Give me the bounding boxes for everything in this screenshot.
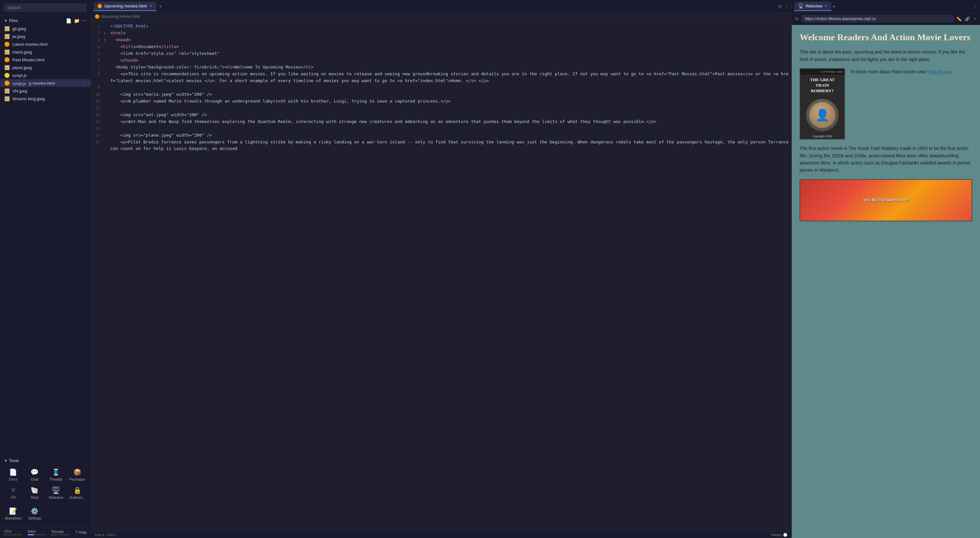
webview-title: Welcome Readers And Action Movie Lovers xyxy=(800,32,972,43)
webview-tab-bar: 🖥️ Webview ✕ + ⋮ xyxy=(792,0,980,13)
line-content[interactable]: <p>Ant-Man and the Wasp find themselves … xyxy=(108,118,791,125)
editor-tab-upcoming[interactable]: 🟠 Upcoming movies.html ✕ xyxy=(94,2,156,11)
line-content[interactable]: <body style="background-color: firebrick… xyxy=(108,64,791,71)
tool-item-authent...[interactable]: 🔒 Authent... xyxy=(67,484,88,502)
file-name: plane.jpeg xyxy=(12,65,87,70)
open-new-icon[interactable]: ↗ xyxy=(973,16,977,21)
line-content[interactable]: <title>Document</title> xyxy=(108,43,791,50)
tab-close-button[interactable]: ✕ xyxy=(150,4,153,8)
line-arrow xyxy=(104,91,108,92)
edit-icon[interactable]: ✏️ xyxy=(956,16,961,21)
line-content[interactable]: <!DOCTYPE html> xyxy=(108,23,791,30)
line-content[interactable]: <img src="ant.jpeg" width="200" /> xyxy=(108,111,791,118)
ram-fill xyxy=(28,534,34,535)
line-number: 3 xyxy=(91,37,104,43)
file-icon: 🖼️ xyxy=(4,26,10,31)
tab-actions: ⊟ ⋮ xyxy=(778,4,789,9)
help-icon: ? xyxy=(75,530,78,535)
tool-item-packages[interactable]: 📦 Packages xyxy=(67,466,88,484)
line-content[interactable]: <p>Pilot Brodie Torrance saves passenger… xyxy=(108,139,791,153)
url-input[interactable] xyxy=(802,15,954,23)
webview-tab[interactable]: 🖥️ Webview ✕ xyxy=(794,2,831,11)
file-item[interactable]: 🖼️ gtr.jpeg xyxy=(0,25,91,32)
tool-label: Packages xyxy=(70,478,85,481)
files-label: Files xyxy=(9,19,18,23)
external-link-icon[interactable]: 🔗 xyxy=(965,16,970,21)
code-line: 10 <img src="mario.jpeg" width="200" /> xyxy=(91,91,791,98)
files-menu-icon[interactable]: ⋯ xyxy=(82,18,87,23)
line-content[interactable]: <img src="mario.jpeg" width="200" /> xyxy=(108,91,791,98)
file-name: gtr.jpeg xyxy=(12,26,87,31)
file-item[interactable]: 🖼️ Woamn king.jpeg xyxy=(0,95,91,102)
tool-item-docs[interactable]: 📄 Docs xyxy=(3,466,24,484)
webview-content: Welcome Readers And Action Movie Lovers … xyxy=(792,25,980,538)
new-file-icon[interactable]: 📄 xyxy=(66,18,72,23)
add-tab-button[interactable]: + xyxy=(158,3,163,10)
tool-item-settings[interactable]: ⚙️ Settings xyxy=(24,505,45,523)
line-arrow xyxy=(104,57,108,58)
tool-item-chat[interactable]: 💬 Chat xyxy=(24,466,45,484)
file-item[interactable]: 🟠 Latest movies.html xyxy=(0,40,91,48)
tool-item-git[interactable]: ⑂ Git xyxy=(3,484,24,502)
file-icon: 🖼️ xyxy=(4,34,10,39)
new-folder-icon[interactable]: 📁 xyxy=(74,18,80,23)
tool-label: Threads xyxy=(49,478,62,481)
help-button[interactable]: ? Help xyxy=(75,530,87,535)
file-item[interactable]: 🖼️ mario.jpeg xyxy=(0,48,91,56)
tool-item-markdown[interactable]: 📝 Markdown xyxy=(3,505,24,523)
tools-toggle[interactable]: ▼ Tools xyxy=(4,458,19,463)
history-button[interactable]: History 🕐 xyxy=(771,533,788,537)
tool-label: Webview xyxy=(49,495,63,500)
tool-label: Authent... xyxy=(70,495,85,500)
line-content[interactable]: <img src="plane.jpeg" width="200" /> xyxy=(108,132,791,139)
webview-tab-close[interactable]: ✕ xyxy=(824,4,827,8)
file-item[interactable]: 🟠 Upcoming movies.html ⋮ xyxy=(0,79,91,87)
file-item[interactable]: 🖼️ plane.jpeg xyxy=(0,64,91,72)
poster-face: 👤 xyxy=(809,102,835,128)
tool-item-shell[interactable]: 🐚 Shell xyxy=(24,484,45,502)
file-item[interactable]: 🖼️ jw.jpeg xyxy=(0,32,91,40)
webview-panel: 🖥️ Webview ✕ + ⋮ ↻ ✏️ 🔗 ↗ Welcome Reader… xyxy=(792,0,980,538)
editor-split-icon[interactable]: ⊟ xyxy=(778,4,782,9)
code-editor[interactable]: 1 <!DOCTYPE html> 2 ▼ <html> 3 ▼ <head> … xyxy=(91,21,791,532)
webview-image2-text: YOU BETTER WATCH OUT xyxy=(863,198,908,202)
search-input[interactable] xyxy=(4,3,87,12)
file-item[interactable]: 🟠 Past Movies.html xyxy=(0,56,91,64)
code-line: 8 <p>This site is recommendations on upc… xyxy=(91,71,791,84)
line-content[interactable]: <html> xyxy=(108,30,791,37)
line-content[interactable]: <p>A plumber named Mario travels through… xyxy=(108,98,791,105)
line-arrow: ▼ xyxy=(104,37,108,43)
code-line: 2 ▼ <html> xyxy=(91,30,791,37)
tool-icon: 🔒 xyxy=(73,486,81,494)
poster-copyright-top: COPYRIGHT 1903 xyxy=(800,69,844,75)
file-item[interactable]: 🟡 script.js ⋮ script.js xyxy=(0,72,91,79)
code-line: 3 ▼ <head> xyxy=(91,37,791,43)
cpu-label: CPU xyxy=(4,530,22,533)
poster-label-bottom: Copyright 1903 xyxy=(811,134,833,138)
sidebar: ▼ Files 📄 📁 ⋯ 🖼️ gtr.jpeg 🖼️ jw.jpeg 🟠 L… xyxy=(0,0,91,538)
tool-item-threads[interactable]: 🧵 Threads xyxy=(45,466,67,484)
reload-icon[interactable]: ↻ xyxy=(795,16,799,21)
file-name: jw.jpeg xyxy=(12,34,87,39)
line-content[interactable]: <p>This site is recommendations on upcom… xyxy=(108,71,791,84)
history-label: History xyxy=(771,533,782,537)
webview-menu-icon[interactable]: ⋮ xyxy=(973,4,977,9)
tab-label: Upcoming movies.html xyxy=(104,3,147,8)
editor-menu-icon[interactable]: ⋮ xyxy=(785,4,789,9)
tool-label: Markdown xyxy=(5,516,22,520)
past-movies-link[interactable]: Past Movies xyxy=(927,69,952,74)
files-toggle[interactable]: ▼ Files xyxy=(4,19,18,23)
tool-item-webview[interactable]: 🖥️ Webview xyxy=(45,484,67,502)
file-item[interactable]: 🖼️ VN.jpeg xyxy=(0,87,91,95)
tool-icon: 🐚 xyxy=(30,486,39,494)
poster-portrait: 👤 xyxy=(806,99,838,131)
tool-label: Settings xyxy=(28,516,41,520)
editor-tab-bar: 🟠 Upcoming movies.html ✕ + ⊟ ⋮ xyxy=(91,0,791,13)
webview-add-tab-button[interactable]: + xyxy=(833,3,835,10)
line-content[interactable]: </head> xyxy=(108,57,791,64)
file-menu-icon[interactable]: ⋮ xyxy=(82,81,87,86)
line-content[interactable]: <head> xyxy=(108,37,791,43)
line-content[interactable]: <link href="style.css" rel="stylesheet" xyxy=(108,50,791,57)
visit-text: To learn more about Past movies visit xyxy=(850,69,927,74)
code-line: 14 <p>Ant-Man and the Wasp find themselv… xyxy=(91,118,791,125)
